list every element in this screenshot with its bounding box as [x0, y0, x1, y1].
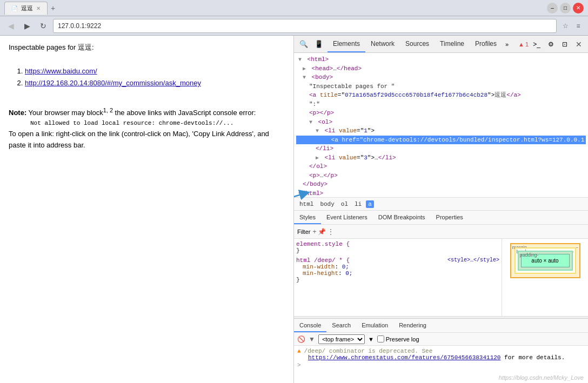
content-dimensions: auto × auto	[531, 258, 558, 264]
dock-button[interactable]: ⊡	[559, 38, 571, 50]
dom-line-html-close: </html>	[296, 189, 586, 198]
settings-button[interactable]: ⚙	[545, 38, 557, 50]
more-icon[interactable]: ⋮	[328, 228, 334, 236]
tab-profiles[interactable]: Profiles	[470, 36, 502, 52]
address-icons: ☆ ≡	[560, 21, 584, 31]
warning-icon: ▲	[518, 41, 524, 48]
url-text: 127.0.0.1:9222	[58, 22, 101, 30]
styles-tab-event-listeners[interactable]: Event Listeners	[321, 211, 373, 224]
tab-elements[interactable]: Elements	[328, 36, 365, 52]
expand-li3[interactable]: ▶	[316, 154, 321, 162]
main-content: Inspectable pages for 逗逗: https://www.ba…	[0, 36, 588, 383]
bottom-tabs: Console Search Emulation Rendering	[294, 319, 588, 333]
title-bar: 📄 逗逗 ✕ + – □ ✕	[0, 0, 588, 16]
close-window-button[interactable]: ✕	[573, 3, 584, 14]
warning-url-link[interactable]: https://www.chromestatus.com/features/67…	[308, 354, 500, 361]
maximize-button[interactable]: □	[560, 3, 571, 14]
new-tab-button[interactable]: +	[48, 3, 58, 14]
console-prompt[interactable]: >	[297, 362, 585, 368]
tab-timeline[interactable]: Timeline	[435, 36, 470, 52]
breadcrumb-body[interactable]: body	[318, 200, 336, 208]
dom-line-body: ▼ <body>	[296, 73, 586, 82]
baidu-link[interactable]: https://www.baidu.com/	[25, 67, 97, 75]
tab-rendering[interactable]: Rendering	[393, 319, 432, 332]
warning-count: 1	[525, 41, 529, 48]
devtools-tabs: Elements Network Sources Timeline Profil…	[328, 36, 516, 52]
styles-tab-dom-breakpoints[interactable]: DOM Breakpoints	[373, 211, 431, 224]
dom-line-li3: ▶ <li value="3">…</li>	[296, 153, 586, 163]
css-selector-deep-row: html /deep/ * { <style>…</style>	[296, 257, 499, 264]
expand-li1[interactable]: ▼	[316, 127, 321, 135]
device-mode-button[interactable]: 📱	[312, 38, 325, 51]
watermark: https://blog.csdn.net/Mcky_Love	[499, 374, 584, 381]
tab-area: 📄 逗逗 ✕ +	[4, 2, 547, 15]
css-selector-element: element.style {	[296, 241, 499, 247]
warning-url-line: https://www.chromestatus.com/features/67…	[297, 354, 585, 361]
dom-line-p: <p></p>	[296, 109, 586, 118]
css-source-link[interactable]: <style>…</style>	[447, 257, 499, 263]
box-model: margin – border – padding- auto ×	[504, 241, 586, 280]
tab-search[interactable]: Search	[326, 319, 356, 332]
css-prop-min-height: min-height: 0;	[296, 270, 499, 277]
dom-line-ol: ▼ <ol>	[296, 118, 586, 127]
clear-console-icon[interactable]: 🚫	[297, 335, 305, 343]
breadcrumb-html[interactable]: html	[297, 200, 316, 208]
warning-text: /deep/ combinator is deprecated. See	[304, 348, 433, 354]
tab-console[interactable]: Console	[294, 319, 326, 332]
dom-line-a-link[interactable]: <a href="chrome-devtools://devtools/bund…	[296, 136, 586, 145]
breadcrumb-li[interactable]: li	[352, 200, 364, 208]
warning-suffix: for more details.	[504, 354, 565, 361]
frame-select[interactable]: <top frame>	[318, 334, 365, 344]
tab-close-btn[interactable]: ✕	[36, 5, 41, 11]
css-rule-deep: html /deep/ * { <style>…</style> min-wid…	[296, 257, 499, 283]
browser-tab[interactable]: 📄 逗逗 ✕	[4, 2, 48, 15]
preserve-log-text: Preserve log	[386, 336, 419, 342]
inspectable-list: https://www.baidu.com/ http://192.168.20…	[25, 66, 285, 90]
commission-link[interactable]: http://192.168.20.14:8080/#/my_commissio…	[25, 79, 201, 87]
reload-button[interactable]: ↻	[37, 19, 50, 32]
note-label: Note:	[9, 109, 26, 117]
console-toolbar: 🚫 ▼ <top frame> ▼ Preserve log	[294, 333, 588, 346]
preserve-log-checkbox[interactable]	[377, 335, 384, 342]
styles-tabs: Styles Event Listeners DOM Breakpoints P…	[294, 211, 588, 225]
styles-panel: Styles Event Listeners DOM Breakpoints P…	[294, 210, 588, 318]
expand-html[interactable]: ▼	[298, 56, 304, 64]
console-button[interactable]: >_	[531, 38, 543, 50]
bookmark-icon[interactable]: ☆	[560, 21, 571, 31]
css-rule-deep-close: }	[296, 277, 499, 283]
filter-console-icon[interactable]: ▼	[309, 335, 315, 343]
forward-button[interactable]: ▶	[21, 19, 34, 32]
breadcrumb-bar: html body ol li a	[294, 197, 588, 210]
expand-head[interactable]: ▶	[303, 65, 308, 73]
styles-tab-styles[interactable]: Styles	[294, 211, 321, 224]
devtools-right-controls: ▲ 1 >_ ⚙ ⊡ ✕	[518, 38, 585, 50]
filter-bar: Filter + 📌 ⋮	[294, 225, 588, 239]
padding-label: padding-	[520, 252, 539, 258]
expand-body[interactable]: ▼	[303, 73, 308, 82]
back-button[interactable]: ◀	[4, 19, 17, 32]
dom-line-colon: ":"	[296, 100, 586, 109]
dom-tree: ▼ <html> ▶ <head>…</head> ▼ <body> "In	[294, 53, 588, 197]
frame-dropdown-icon[interactable]: ▼	[368, 336, 374, 342]
more-tabs-button[interactable]: »	[502, 36, 512, 52]
add-style-icon[interactable]: +	[312, 228, 316, 236]
url-bar[interactable]: 127.0.0.1:9222	[53, 19, 557, 33]
tab-network[interactable]: Network	[365, 36, 400, 52]
styles-tab-properties[interactable]: Properties	[431, 211, 469, 224]
menu-icon[interactable]: ≡	[573, 21, 584, 31]
dom-line-html: ▼ <html>	[296, 55, 586, 64]
tab-emulation[interactable]: Emulation	[356, 319, 393, 332]
error-text: Not allowed to load local resource: chro…	[30, 119, 285, 129]
dom-line-body-close: </body>	[296, 180, 586, 189]
address-bar: ◀ ▶ ↻ 127.0.0.1:9222 ☆ ≡	[0, 16, 588, 36]
expand-ol[interactable]: ▼	[309, 118, 315, 126]
dom-line-ol-close: </ol>	[296, 162, 586, 171]
tab-sources[interactable]: Sources	[400, 36, 435, 52]
margin-box: margin – border – padding- auto ×	[510, 243, 580, 278]
devtools-close-button[interactable]: ✕	[573, 38, 585, 50]
minimize-button[interactable]: –	[547, 3, 558, 14]
inspect-element-button[interactable]: 🔍	[297, 38, 310, 51]
breadcrumb-a[interactable]: a	[366, 200, 374, 208]
breadcrumb-ol[interactable]: ol	[339, 200, 350, 208]
toggle-icon[interactable]: 📌	[318, 228, 326, 236]
